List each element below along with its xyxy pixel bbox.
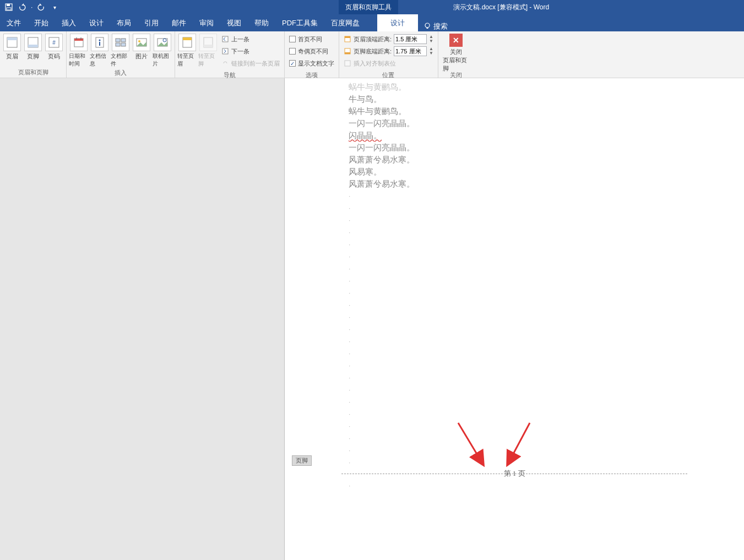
paragraph-mark: · — [349, 347, 744, 360]
qat-customize-icon[interactable]: ▾ — [50, 3, 59, 12]
next-button[interactable]: 下一条 — [221, 46, 280, 57]
paragraph-mark: · — [349, 238, 744, 251]
previous-button[interactable]: 上一条 — [221, 34, 280, 45]
qat-separator: · — [31, 3, 32, 11]
header-from-top-input[interactable] — [394, 34, 427, 44]
pictures-button[interactable]: 图片 — [132, 32, 151, 61]
svg-rect-33 — [345, 36, 350, 38]
tab-home[interactable]: 开始 — [28, 14, 55, 31]
align-tab-icon — [344, 59, 351, 67]
footer-page-number[interactable]: 第 1 页 — [285, 469, 744, 479]
footer-from-bottom-input[interactable] — [394, 46, 427, 56]
close-header-footer-button[interactable]: ✕ 关闭 页眉和页脚 — [441, 32, 471, 74]
spinner-icon[interactable]: ▲▼ — [429, 35, 433, 44]
ribbon-group-navigation: 转至页眉 转至页脚 上一条 下一条 链接到前一条页眉 — [175, 31, 285, 78]
text-line: 一闪一闪亮晶晶。 — [349, 142, 744, 154]
footer-position-icon — [344, 47, 351, 55]
paragraph-mark: · — [349, 482, 350, 490]
paragraph-mark: · — [349, 444, 744, 456]
paragraph-mark: · — [349, 420, 744, 432]
ribbon-group-label: 插入 — [69, 68, 172, 78]
paragraph-mark: · — [349, 323, 744, 335]
header-from-top-row: 页眉顶端距离: ▲▼ — [344, 34, 433, 45]
paragraph-mark: · — [349, 214, 744, 226]
header-button[interactable]: 页眉 — [2, 32, 22, 61]
undo-icon[interactable] — [18, 3, 26, 12]
paragraph-mark: · — [349, 202, 744, 214]
ribbon-group-label: 页眉和页脚 — [2, 67, 64, 78]
svg-text:#: # — [52, 40, 56, 46]
svg-rect-27 — [183, 37, 192, 40]
ribbon-group-position: 页眉顶端距离: ▲▼ 页脚底端距离: ▲▼ 插入对齐制表位 位置 — [339, 31, 438, 78]
docinfo-button[interactable]: 文档信息 — [90, 32, 110, 68]
paragraph-mark: · — [349, 287, 744, 299]
tab-insert[interactable]: 插入 — [55, 14, 83, 31]
quick-access-toolbar: · ▾ — [0, 3, 59, 12]
document-area: 蜗牛与黄鹂鸟。 牛与鸟。 蜗牛与黄鹂鸟。 一闪一闪亮晶晶。 闪晶晶。 一闪一闪亮… — [0, 78, 744, 560]
svg-rect-17 — [99, 42, 100, 46]
docparts-button[interactable]: 文档部件 — [111, 32, 131, 68]
svg-rect-1 — [7, 4, 10, 6]
svg-rect-19 — [121, 39, 126, 42]
text-line: 闪晶晶。 — [349, 129, 744, 142]
document-page[interactable]: 蜗牛与黄鹂鸟。 牛与鸟。 蜗牛与黄鹂鸟。 一闪一闪亮晶晶。 闪晶晶。 一闪一闪亮… — [284, 78, 744, 560]
paragraph-mark: · — [349, 299, 744, 311]
tab-header-footer-design[interactable]: 设计 — [377, 14, 418, 31]
prev-icon — [221, 35, 229, 43]
text-line: 一闪一闪亮晶晶。 — [349, 117, 744, 129]
text-line: 风易寒。 — [349, 166, 744, 178]
svg-rect-36 — [345, 61, 350, 66]
header-position-icon — [344, 35, 351, 43]
tab-mailings[interactable]: 邮件 — [165, 14, 193, 31]
paragraph-mark: · — [349, 396, 744, 408]
different-odd-even-checkbox[interactable]: 奇偶页不同 — [289, 46, 334, 57]
paragraph-mark: · — [349, 311, 744, 323]
show-document-text-checkbox[interactable]: ✓ 显示文档文字 — [289, 58, 334, 69]
tab-view[interactable]: 视图 — [220, 14, 248, 31]
paragraph-mark: · — [349, 432, 744, 444]
checkbox-checked-icon: ✓ — [289, 60, 296, 67]
tab-pdf[interactable]: PDF工具集 — [275, 14, 324, 31]
close-icon: ✕ — [449, 34, 463, 47]
datetime-button[interactable]: 日期和时间 — [69, 32, 89, 68]
spinner-icon[interactable]: ▲▼ — [429, 47, 433, 56]
tab-help[interactable]: 帮助 — [248, 14, 275, 31]
different-first-page-checkbox[interactable]: 首页不同 — [289, 34, 334, 45]
ribbon-group-insert: 日期和时间 文档信息 文档部件 图片 联机图片 插入 — [67, 31, 175, 78]
svg-rect-20 — [116, 43, 120, 46]
svg-rect-29 — [204, 45, 213, 47]
tab-review[interactable]: 审阅 — [193, 14, 220, 31]
ribbon-tabs: 文件 开始 插入 设计 布局 引用 邮件 审阅 视图 帮助 PDF工具集 百度网… — [0, 14, 744, 31]
paragraph-mark: · — [349, 335, 744, 347]
footer-button[interactable]: 页脚 — [23, 32, 43, 61]
text-line: 风萧萧兮易水寒。 — [349, 154, 744, 166]
tab-layout[interactable]: 布局 — [110, 14, 138, 31]
background-gutter — [0, 78, 284, 560]
paragraph-mark: · — [349, 190, 744, 202]
tell-me-search[interactable]: 搜索 — [418, 21, 453, 31]
link-previous-button: 链接到前一条页眉 — [221, 58, 280, 69]
svg-rect-21 — [121, 43, 126, 46]
svg-rect-35 — [345, 52, 350, 54]
svg-rect-4 — [427, 28, 428, 29]
paragraph-mark: · — [349, 226, 744, 238]
ribbon: 页眉 页脚 # 页码 页眉和页脚 日期和时间 文档信息 — [0, 31, 744, 78]
save-icon[interactable] — [4, 3, 13, 12]
footer-from-bottom-row: 页脚底端距离: ▲▼ — [344, 46, 433, 57]
goto-header-button[interactable]: 转至页眉 — [177, 32, 197, 68]
paragraph-mark: · — [349, 251, 744, 263]
tab-baidu[interactable]: 百度网盘 — [324, 14, 366, 31]
checkbox-icon — [289, 48, 296, 55]
paragraph-mark: · — [349, 263, 744, 275]
link-icon — [221, 59, 229, 67]
redo-icon[interactable] — [37, 3, 46, 12]
tab-design[interactable]: 设计 — [83, 14, 110, 31]
tab-file[interactable]: 文件 — [0, 14, 28, 31]
checkbox-icon — [289, 36, 296, 42]
page-number-button[interactable]: # 页码 — [44, 32, 64, 61]
online-pictures-button[interactable]: 联机图片 — [153, 32, 172, 68]
svg-rect-18 — [116, 39, 120, 42]
footer-tag-label: 页脚 — [292, 455, 312, 466]
tab-references[interactable]: 引用 — [138, 14, 165, 31]
svg-rect-6 — [7, 37, 17, 40]
